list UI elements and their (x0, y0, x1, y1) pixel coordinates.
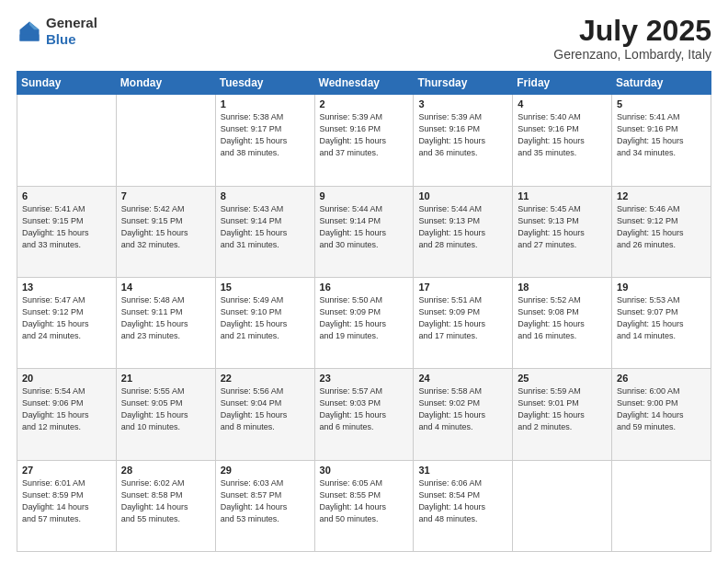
day-info: Sunrise: 6:06 AM Sunset: 8:54 PM Dayligh… (418, 477, 507, 525)
day-info: Sunrise: 6:01 AM Sunset: 8:59 PM Dayligh… (22, 477, 111, 525)
day-info: Sunrise: 5:41 AM Sunset: 9:16 PM Dayligh… (617, 111, 706, 159)
header: General Blue July 2025 Gerenzano, Lombar… (17, 15, 711, 62)
day-info: Sunrise: 5:41 AM Sunset: 9:15 PM Dayligh… (22, 203, 111, 251)
day-number: 18 (518, 282, 607, 293)
calendar-week-1: 1Sunrise: 5:38 AM Sunset: 9:17 PM Daylig… (17, 95, 711, 186)
calendar-cell: 17Sunrise: 5:51 AM Sunset: 9:09 PM Dayli… (414, 277, 513, 368)
calendar-cell: 26Sunrise: 6:00 AM Sunset: 9:00 PM Dayli… (612, 369, 711, 460)
day-number: 5 (617, 98, 706, 109)
col-monday: Monday (116, 72, 215, 95)
day-number: 3 (418, 98, 507, 109)
day-info: Sunrise: 5:43 AM Sunset: 9:14 PM Dayligh… (221, 203, 310, 251)
day-info: Sunrise: 5:44 AM Sunset: 9:14 PM Dayligh… (320, 203, 409, 251)
day-number: 9 (320, 190, 409, 201)
day-info: Sunrise: 5:54 AM Sunset: 9:06 PM Dayligh… (22, 385, 111, 433)
day-number: 12 (617, 190, 706, 201)
day-info: Sunrise: 5:44 AM Sunset: 9:13 PM Dayligh… (418, 203, 507, 251)
logo-general: General (46, 15, 97, 30)
calendar-cell (116, 95, 215, 186)
day-number: 27 (22, 465, 111, 476)
day-info: Sunrise: 5:59 AM Sunset: 9:01 PM Dayligh… (518, 385, 607, 433)
day-info: Sunrise: 5:46 AM Sunset: 9:12 PM Dayligh… (617, 203, 706, 251)
day-info: Sunrise: 6:00 AM Sunset: 9:00 PM Dayligh… (617, 385, 706, 433)
calendar-cell (612, 460, 711, 551)
day-number: 6 (22, 190, 111, 201)
calendar-cell: 7Sunrise: 5:42 AM Sunset: 9:15 PM Daylig… (116, 186, 215, 277)
calendar-cell: 13Sunrise: 5:47 AM Sunset: 9:12 PM Dayli… (17, 277, 117, 368)
logo-icon (17, 18, 42, 44)
day-info: Sunrise: 6:05 AM Sunset: 8:55 PM Dayligh… (320, 477, 409, 525)
day-info: Sunrise: 5:42 AM Sunset: 9:15 PM Dayligh… (121, 203, 210, 251)
day-info: Sunrise: 5:50 AM Sunset: 9:09 PM Dayligh… (320, 294, 409, 342)
calendar-week-2: 6Sunrise: 5:41 AM Sunset: 9:15 PM Daylig… (17, 186, 711, 277)
col-saturday: Saturday (612, 72, 711, 95)
day-number: 17 (418, 282, 507, 293)
day-info: Sunrise: 5:47 AM Sunset: 9:12 PM Dayligh… (22, 294, 111, 342)
day-number: 2 (320, 98, 409, 109)
calendar-cell: 12Sunrise: 5:46 AM Sunset: 9:12 PM Dayli… (612, 186, 711, 277)
day-number: 11 (518, 190, 607, 201)
calendar-cell: 11Sunrise: 5:45 AM Sunset: 9:13 PM Dayli… (513, 186, 612, 277)
day-number: 14 (121, 282, 210, 293)
logo: General Blue (17, 15, 97, 48)
calendar-cell: 4Sunrise: 5:40 AM Sunset: 9:16 PM Daylig… (513, 95, 612, 186)
day-number: 28 (121, 465, 210, 476)
day-number: 4 (518, 98, 607, 109)
calendar-cell: 28Sunrise: 6:02 AM Sunset: 8:58 PM Dayli… (116, 460, 215, 551)
logo-text: General Blue (46, 15, 97, 48)
col-friday: Friday (513, 72, 612, 95)
day-info: Sunrise: 5:49 AM Sunset: 9:10 PM Dayligh… (221, 294, 310, 342)
col-sunday: Sunday (17, 72, 117, 95)
svg-rect-2 (20, 35, 40, 41)
calendar-cell: 6Sunrise: 5:41 AM Sunset: 9:15 PM Daylig… (17, 186, 117, 277)
col-tuesday: Tuesday (215, 72, 314, 95)
calendar-cell: 29Sunrise: 6:03 AM Sunset: 8:57 PM Dayli… (215, 460, 314, 551)
day-info: Sunrise: 5:39 AM Sunset: 9:16 PM Dayligh… (320, 111, 409, 159)
col-thursday: Thursday (414, 72, 513, 95)
day-info: Sunrise: 5:56 AM Sunset: 9:04 PM Dayligh… (221, 385, 310, 433)
calendar-week-4: 20Sunrise: 5:54 AM Sunset: 9:06 PM Dayli… (17, 369, 711, 460)
location: Gerenzano, Lombardy, Italy (553, 47, 711, 62)
day-info: Sunrise: 5:48 AM Sunset: 9:11 PM Dayligh… (121, 294, 210, 342)
day-number: 30 (320, 465, 409, 476)
day-info: Sunrise: 5:52 AM Sunset: 9:08 PM Dayligh… (518, 294, 607, 342)
calendar-cell: 24Sunrise: 5:58 AM Sunset: 9:02 PM Dayli… (414, 369, 513, 460)
calendar-cell: 21Sunrise: 5:55 AM Sunset: 9:05 PM Dayli… (116, 369, 215, 460)
calendar-week-5: 27Sunrise: 6:01 AM Sunset: 8:59 PM Dayli… (17, 460, 711, 551)
calendar-cell: 18Sunrise: 5:52 AM Sunset: 9:08 PM Dayli… (513, 277, 612, 368)
logo-blue: Blue (46, 31, 76, 47)
day-info: Sunrise: 5:38 AM Sunset: 9:17 PM Dayligh… (221, 111, 310, 159)
calendar-header-row: Sunday Monday Tuesday Wednesday Thursday… (17, 72, 711, 95)
calendar-cell: 14Sunrise: 5:48 AM Sunset: 9:11 PM Dayli… (116, 277, 215, 368)
calendar-cell: 27Sunrise: 6:01 AM Sunset: 8:59 PM Dayli… (17, 460, 117, 551)
day-number: 19 (617, 282, 706, 293)
calendar-cell: 19Sunrise: 5:53 AM Sunset: 9:07 PM Dayli… (612, 277, 711, 368)
day-number: 7 (121, 190, 210, 201)
calendar-cell: 15Sunrise: 5:49 AM Sunset: 9:10 PM Dayli… (215, 277, 314, 368)
calendar-cell (513, 460, 612, 551)
day-number: 10 (418, 190, 507, 201)
day-info: Sunrise: 6:02 AM Sunset: 8:58 PM Dayligh… (121, 477, 210, 525)
calendar-cell: 8Sunrise: 5:43 AM Sunset: 9:14 PM Daylig… (215, 186, 314, 277)
day-number: 21 (121, 373, 210, 384)
day-info: Sunrise: 5:51 AM Sunset: 9:09 PM Dayligh… (418, 294, 507, 342)
calendar-table: Sunday Monday Tuesday Wednesday Thursday… (17, 71, 711, 552)
page: General Blue July 2025 Gerenzano, Lombar… (0, 0, 728, 563)
calendar-cell: 22Sunrise: 5:56 AM Sunset: 9:04 PM Dayli… (215, 369, 314, 460)
calendar-cell: 20Sunrise: 5:54 AM Sunset: 9:06 PM Dayli… (17, 369, 117, 460)
day-info: Sunrise: 5:40 AM Sunset: 9:16 PM Dayligh… (518, 111, 607, 159)
calendar-cell: 9Sunrise: 5:44 AM Sunset: 9:14 PM Daylig… (314, 186, 414, 277)
calendar-week-3: 13Sunrise: 5:47 AM Sunset: 9:12 PM Dayli… (17, 277, 711, 368)
calendar-cell: 10Sunrise: 5:44 AM Sunset: 9:13 PM Dayli… (414, 186, 513, 277)
calendar-cell: 5Sunrise: 5:41 AM Sunset: 9:16 PM Daylig… (612, 95, 711, 186)
calendar-cell: 1Sunrise: 5:38 AM Sunset: 9:17 PM Daylig… (215, 95, 314, 186)
day-number: 15 (221, 282, 310, 293)
day-number: 1 (221, 98, 310, 109)
day-number: 26 (617, 373, 706, 384)
title-block: July 2025 Gerenzano, Lombardy, Italy (553, 15, 711, 62)
day-number: 8 (221, 190, 310, 201)
month-title: July 2025 (553, 15, 711, 47)
day-number: 24 (418, 373, 507, 384)
day-number: 25 (518, 373, 607, 384)
day-number: 20 (22, 373, 111, 384)
